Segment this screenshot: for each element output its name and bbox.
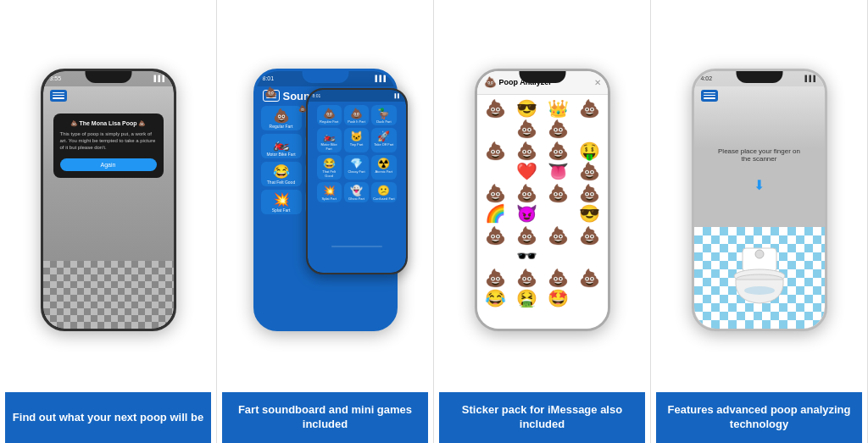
sound-emoji-2: 💩 [323,108,336,119]
sound-item-2[interactable]: 🦆Duck Fart [371,105,396,125]
phone-screen-4: 4:02 ▌▌▌ Please place your finger on the… [694,71,825,329]
sound-emoji-2: ☢️ [377,158,390,169]
sound-label-2: Tiny Fart [350,142,364,147]
sound-emoji-2: 😂 [323,158,336,169]
menu-icon-4[interactable] [701,90,718,102]
sticker-item[interactable]: 🤑💩 [575,141,604,181]
caption-text-3: Sticker pack for iMessage also included [446,403,638,432]
svg-point-4 [755,250,764,258]
phone-screen-1: 3:55 ▌▌▌ 💩 The Mona Lisa Poop 💩 This typ… [43,71,174,329]
caption-text-4: Features advanced poop analyzing technol… [663,403,855,432]
sound-item-2[interactable]: 🏍️Motor Bike Fart [317,128,342,152]
screen1-header [43,86,174,105]
sticker-item[interactable]: 💩 [575,268,604,308]
sticker-item[interactable]: 💩😂 [481,268,510,308]
phone-4: 4:02 ▌▌▌ Please place your finger on the… [692,69,827,331]
sound-emoji: 💩 [273,109,290,123]
sound-emoji: 💥 [273,193,290,207]
sticker-item[interactable]: 💩🤮 [512,268,542,308]
sticker-item[interactable]: 💩 [481,141,510,181]
sound-emoji: 🏍️ [273,137,290,151]
sound-label-2: Confused Fart [373,197,394,201]
sticker-item[interactable]: 💩 [543,183,573,224]
sound-item[interactable]: 😂That Felt Good [261,162,302,186]
phone-wrapper-1: 3:55 ▌▌▌ 💩 The Mona Lisa Poop 💩 This typ… [5,7,211,392]
sound-item-2[interactable]: 🚀Take Off Fart [371,128,396,152]
sticker-item[interactable]: 😎💩 [512,98,542,139]
sound-emoji-2: 👻 [350,186,363,196]
poop-float-1: 💩 [264,86,277,98]
time-2: 8:01 [263,75,275,81]
sound-emoji-2: 💥 [323,186,336,196]
sound-item-2[interactable]: 💥Splat Fart [317,182,342,202]
result-text: This type of poop is simply put, a work … [60,130,157,152]
sticker-item[interactable]: 💩👅 [543,141,573,181]
sticker-item[interactable]: 💩😈 [512,183,542,224]
sound-label-2: Motor Bike Fart [319,142,340,151]
phone-notch-2 [302,71,348,83]
sticker-item[interactable]: 💩🌈 [481,183,510,224]
phone-1: 3:55 ▌▌▌ 💩 The Mona Lisa Poop 💩 This typ… [41,69,176,331]
caption-bar-2: Fart soundboard and mini games included [222,392,428,443]
phone-notch-1 [85,71,131,83]
sound-item-2[interactable]: 🐱Tiny Fart [344,128,369,152]
sound-label-2: That Felt Good [319,169,340,178]
screen4-header [694,86,825,105]
sound-item-2[interactable]: 👻Ghost Fart [344,182,369,202]
battery-1: ▌▌▌ [154,75,167,81]
phone-notch-4 [736,71,782,83]
phone-notch-3 [519,71,565,83]
sound-item[interactable]: 💩Regular Fart [261,106,302,130]
svg-point-3 [744,286,775,295]
sound-emoji-2: 🦆 [377,108,390,119]
sound-item-2[interactable]: 💩Regular Fart [317,105,342,125]
sound-label: That Felt Good [267,180,295,185]
result-title: 💩 The Mona Lisa Poop 💩 [60,120,157,127]
sticker-item[interactable]: 💩😎 [575,183,604,224]
sound-item-2[interactable]: 💎Classy Fart [344,155,369,180]
sticker-item[interactable]: 💩 [543,225,573,266]
sound-emoji-2: 🚀 [377,131,390,141]
sticker-item[interactable]: 👑💩 [543,98,573,139]
sound-label-2: Regular Fart [320,119,338,124]
sound-label-2: Classy Fart [348,169,364,174]
sound-item[interactable]: 💥Splat Fart [261,190,302,214]
sound-item-2[interactable]: 💩Push It Fart [344,105,369,125]
sticker-item[interactable]: 💩❤️ [512,141,542,181]
sound-item-2[interactable]: 😂That Felt Good [317,155,342,180]
sound-label: Splat Fart [272,208,291,213]
phone-2: 8:01 ▌▌▌ 💩 💩 💩 128 Soundboard [253,69,398,331]
time-1: 3:55 [50,75,62,81]
screen1-background: 3:55 ▌▌▌ 💩 The Mona Lisa Poop 💩 This typ… [43,71,174,329]
sound-item-2[interactable]: 😕Confused Fart [371,182,396,202]
sticker-item[interactable]: 💩 [481,225,510,266]
sound-item[interactable]: 🏍️Motor Bike Fart [261,134,302,158]
sound-emoji-2: 💩 [350,108,363,119]
sticker-item[interactable]: 💩🤩 [543,268,573,308]
caption-text-2: Fart soundboard and mini games included [229,403,421,432]
sticker-item[interactable]: 💩🕶️ [512,225,542,266]
phone-wrapper-2: 8:01 ▌▌▌ 💩 💩 💩 128 Soundboard [222,7,428,392]
sound-emoji-2: 🏍️ [323,131,336,141]
phone-wrapper-4: 4:02 ▌▌▌ Please place your finger on the… [656,7,862,392]
result-card: 💩 The Mona Lisa Poop 💩 This type of poop… [53,114,164,178]
sticker-item[interactable]: 💩 [575,225,604,266]
time-4: 4:02 [701,75,713,81]
panel-2: 8:01 ▌▌▌ 💩 💩 💩 128 Soundboard [217,0,434,443]
floor-tiles-1 [43,261,174,329]
sound-item-2[interactable]: ☢️Atomic Fart [371,155,396,180]
sticker-item[interactable]: 💩 [575,98,604,139]
close-icon[interactable]: ✕ [594,78,601,87]
again-button[interactable]: Again [60,158,157,171]
menu-icon[interactable] [50,90,67,102]
sticker-item[interactable]: 💩 [481,98,510,139]
arrow-down-icon: ⬇ [754,177,765,193]
sound-label: Motor Bike Fart [266,152,295,157]
scanner-text: Please place your finger on the scanner [717,147,802,163]
sound-label-2: Splat Fart [321,197,336,201]
screen3-background: 💩 Poop Analyzer ✕ 💩😎💩👑💩💩💩💩❤️💩👅🤑💩💩🌈💩😈💩💩😎💩… [477,71,608,329]
sound-label-2: Duck Fart [376,119,391,124]
sound-emoji-2: 😕 [377,186,390,196]
phone2-overlay: 8:01▌▌ 💩Regular Fart💩Push It Fart🦆Duck F… [306,88,408,274]
sound-label: Regular Fart [270,124,293,129]
